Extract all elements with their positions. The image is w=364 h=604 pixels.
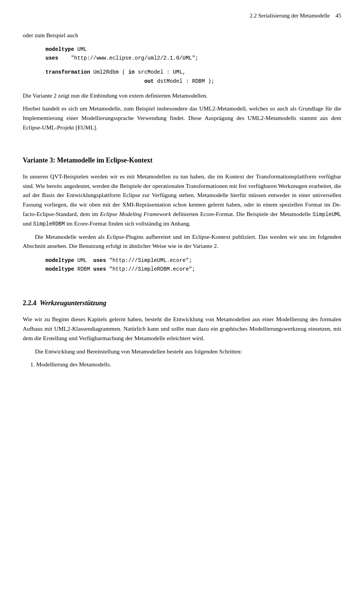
kw-modeltype-rdbm: modeltype (46, 266, 74, 272)
kw-in: in (128, 69, 135, 75)
code-block-1: modeltype UML uses "http://www.eclipse.o… (46, 45, 341, 63)
kw-uses-uml: uses (93, 257, 106, 263)
main-content: oder zum Beispiel auch modeltype UML use… (23, 31, 341, 369)
intro-text: oder zum Beispiel auch (23, 31, 341, 40)
subsection-heading-224: 2.2.4 Werkzeugunterstützung (23, 298, 341, 309)
kw-uses-1: uses (46, 55, 58, 61)
list-container: 1. Modellierung des Metamodells. (30, 360, 341, 369)
kw-modeltype-uml: modeltype (46, 257, 74, 263)
paragraph-2: Hierbei handelt es sich um Metamodelle, … (23, 104, 341, 132)
page: 2.2 Serialisierung der Metamodelle 45 od… (0, 0, 364, 604)
em-eclipse-modeling: Eclipse Modeling Framework (100, 211, 171, 217)
paragraph-3: In unseren QVT-Beispielen werden wir es … (23, 172, 341, 229)
paragraph-6: Die Entwicklung und Bereitstellung von M… (23, 347, 341, 356)
code-simplerdbm: SimpleRDBM (33, 221, 65, 227)
list-item-1: 1. Modellierung des Metamodells. (30, 360, 341, 369)
spacer-2 (23, 279, 341, 287)
kw-uses-rdbm: uses (93, 266, 106, 272)
para3-text1: In unseren QVT-Beispielen werden wir es … (23, 173, 341, 227)
section-heading-variante3: Variante 3: Metamodelle im Eclipse-Konte… (23, 155, 341, 166)
spacer-1 (23, 136, 341, 144)
header-section: 2.2 Serialisierung der Metamodelle (249, 11, 330, 20)
subsection-title: Werkzeugunterstützung (40, 299, 107, 307)
header-page-number: 45 (330, 11, 341, 20)
kw-out: out (144, 78, 154, 84)
paragraph-5: Wie wir zu Beginn dieses Kapitels gelern… (23, 315, 341, 343)
kw-modeltype-1: modeltype (46, 46, 74, 52)
kw-transformation: transformation (46, 69, 90, 75)
subsection-number: 2.2.4 (23, 299, 36, 307)
list-item-1-text: 1. Modellierung des Metamodells. (30, 361, 111, 367)
code-block-2: transformation Uml2Rdbm ( in srcModel : … (46, 68, 341, 85)
page-header: 2.2 Serialisierung der Metamodelle 45 (23, 11, 341, 20)
code-simpleuml: SimpleUML (312, 211, 341, 218)
paragraph-4: Die Metamodelle werden als Eclipse-Plugi… (23, 232, 341, 251)
paragraph-1: Die Variante 2 zeigt nun die Einbindung … (23, 91, 341, 101)
code-block-3: modeltype UML uses "http:///SimpleUML.ec… (46, 256, 341, 274)
